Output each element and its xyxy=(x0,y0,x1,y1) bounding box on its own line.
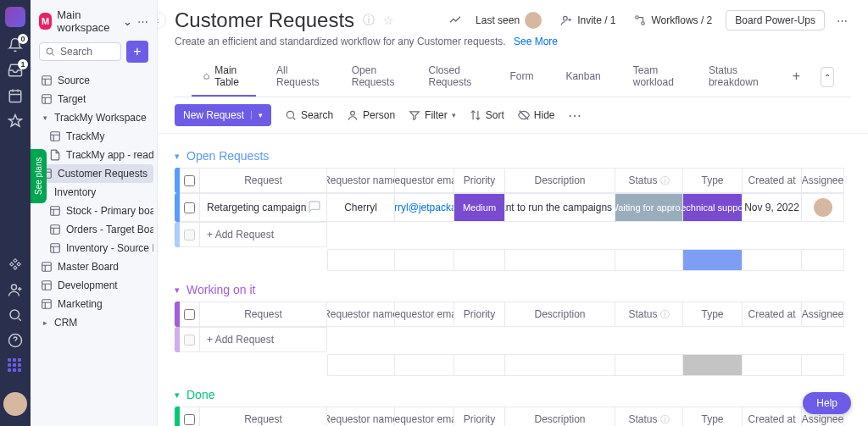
col-requestor-email[interactable]: Requestor email xyxy=(395,302,454,327)
view-tab[interactable]: Closed Requests xyxy=(417,58,490,97)
cell-created[interactable]: Nov 9, 2022 xyxy=(743,193,802,222)
group-header[interactable]: ▾Working on it xyxy=(175,283,851,296)
col-type[interactable]: Type xyxy=(683,407,743,426)
toolbar-person[interactable]: Person xyxy=(347,109,395,121)
view-tab[interactable]: Status breakdown xyxy=(697,58,772,97)
col-request[interactable]: Request xyxy=(200,302,327,327)
activity-graph-icon[interactable] xyxy=(448,13,462,29)
toolbar-hide[interactable]: Hide xyxy=(518,109,555,121)
invite-chip[interactable]: Invite / 1 xyxy=(555,11,620,30)
sidebar-item[interactable]: TrackMy app - readme xyxy=(34,146,153,164)
sidebar-item[interactable]: Customer Requests xyxy=(34,164,153,183)
cell-priority[interactable]: Medium xyxy=(454,193,505,222)
col-priority[interactable]: Priority xyxy=(454,302,505,327)
add-tab-button[interactable]: + xyxy=(781,62,812,92)
help-icon[interactable] xyxy=(8,333,23,348)
workspace-menu-icon[interactable]: ⋯ xyxy=(137,15,148,28)
sidebar-item[interactable]: Target xyxy=(34,90,153,108)
col-description[interactable]: Description xyxy=(505,168,615,193)
sidebar-item[interactable]: ▾TrackMy Workspace xyxy=(34,108,153,127)
product-switcher-icon[interactable] xyxy=(8,358,23,373)
col-assignee[interactable]: Assignee xyxy=(802,302,844,327)
inbox-icon[interactable]: 1 xyxy=(8,63,23,78)
apps-icon[interactable] xyxy=(8,257,23,272)
cell-request[interactable]: Retargeting campaign xyxy=(200,193,327,222)
col-created[interactable]: Created at xyxy=(743,407,802,426)
board-menu-icon[interactable]: ⋯ xyxy=(833,14,851,27)
view-tab[interactable]: Open Requests xyxy=(340,58,409,97)
toolbar-sort[interactable]: Sort xyxy=(470,109,504,121)
see-plans-tab[interactable]: See plans xyxy=(31,149,47,203)
avatar[interactable] xyxy=(814,198,832,217)
sidebar-item[interactable]: ▸CRM xyxy=(34,313,153,332)
col-request[interactable]: Request xyxy=(200,168,327,193)
col-status[interactable]: Statusⓘ xyxy=(615,407,683,426)
col-priority[interactable]: Priority xyxy=(454,168,505,193)
add-item-button[interactable]: + xyxy=(126,41,148,63)
cell-type[interactable]: Technical support xyxy=(683,193,743,222)
add-request-row[interactable]: + Add Request xyxy=(175,222,851,247)
workspace-selector[interactable]: M Main workspace ⌄ ⋯ xyxy=(34,5,153,37)
profile-avatar[interactable] xyxy=(3,392,27,416)
col-type[interactable]: Type xyxy=(683,302,743,327)
select-all-checkbox[interactable] xyxy=(180,302,200,327)
new-request-button[interactable]: New Request ▾ xyxy=(175,104,271,126)
sidebar-item[interactable]: Development xyxy=(34,276,153,295)
conversation-icon[interactable] xyxy=(308,200,321,216)
cell-requestor-email[interactable]: cherryl@jetpackap... xyxy=(395,193,454,222)
sidebar-search-input[interactable]: Search xyxy=(39,42,121,61)
col-status[interactable]: Statusⓘ xyxy=(615,302,683,327)
col-created[interactable]: Created at xyxy=(743,168,802,193)
col-request[interactable]: Request xyxy=(200,407,327,426)
col-assignee[interactable]: Assignee xyxy=(802,168,844,193)
col-requestor-email[interactable]: Requestor email xyxy=(395,407,454,426)
view-tab[interactable]: Form xyxy=(498,64,545,91)
cell-requestor-name[interactable]: Cherryl xyxy=(327,193,395,222)
notifications-icon[interactable]: 0 xyxy=(8,37,23,53)
see-more-link[interactable]: See More xyxy=(514,36,558,47)
col-requestor-email[interactable]: Requestor email xyxy=(395,168,454,193)
col-description[interactable]: Description xyxy=(505,302,615,327)
col-type[interactable]: Type xyxy=(683,168,743,193)
cell-status[interactable]: Waiting for appro... xyxy=(615,193,683,222)
group-header[interactable]: ▾Open Requests xyxy=(175,149,851,163)
view-tab[interactable]: Main Table xyxy=(192,58,256,97)
help-fab[interactable]: Help xyxy=(803,392,851,414)
toolbar-search[interactable]: Search xyxy=(285,109,333,121)
info-icon[interactable]: ⓘ xyxy=(660,413,670,426)
toolbar-filter[interactable]: Filter▾ xyxy=(409,109,456,121)
sidebar-item[interactable]: Master Board xyxy=(34,257,153,276)
info-icon[interactable]: ⓘ xyxy=(363,13,375,28)
collapse-header-button[interactable]: ⌃ xyxy=(821,67,834,87)
select-all-checkbox[interactable] xyxy=(180,168,200,193)
chevron-down-icon[interactable]: ▾ xyxy=(251,111,263,119)
row-checkbox[interactable] xyxy=(180,193,200,222)
sidebar-item[interactable]: Inventory - Source Board xyxy=(34,239,153,257)
info-icon[interactable]: ⓘ xyxy=(660,308,670,321)
sidebar-item[interactable]: Stock - Primary board xyxy=(34,202,153,220)
info-icon[interactable]: ⓘ xyxy=(660,174,670,187)
toolbar-more-icon[interactable]: ⋯ xyxy=(568,108,581,124)
search-icon[interactable] xyxy=(8,307,23,323)
sidebar-item[interactable]: Source xyxy=(34,71,153,90)
sidebar-item[interactable]: Orders - Target Board xyxy=(34,220,153,239)
view-tab[interactable]: All Requests xyxy=(264,58,331,97)
cell-assignee[interactable] xyxy=(802,193,844,222)
invite-icon[interactable] xyxy=(8,282,23,297)
last-seen-chip[interactable]: Last seen xyxy=(470,8,547,32)
sidebar-item[interactable]: ▾Inventory xyxy=(34,183,153,202)
add-request-row[interactable]: + Add Request xyxy=(175,327,851,352)
workflows-chip[interactable]: Workflows / 2 xyxy=(629,11,717,30)
view-tab[interactable]: Kanban xyxy=(554,64,612,91)
col-status[interactable]: Statusⓘ xyxy=(615,168,683,193)
group-header[interactable]: ▾Done xyxy=(175,388,851,401)
select-all-checkbox[interactable] xyxy=(180,407,200,426)
col-description[interactable]: Description xyxy=(505,407,615,426)
col-priority[interactable]: Priority xyxy=(454,407,505,426)
cell-description[interactable]: We want to run the campaigns only ... xyxy=(505,193,615,222)
sidebar-item[interactable]: Marketing xyxy=(34,295,153,313)
app-logo-icon[interactable] xyxy=(5,7,25,27)
board-powerups-button[interactable]: Board Power-Ups xyxy=(726,10,825,30)
favorites-icon[interactable] xyxy=(8,113,23,129)
calendar-icon[interactable] xyxy=(8,88,23,103)
